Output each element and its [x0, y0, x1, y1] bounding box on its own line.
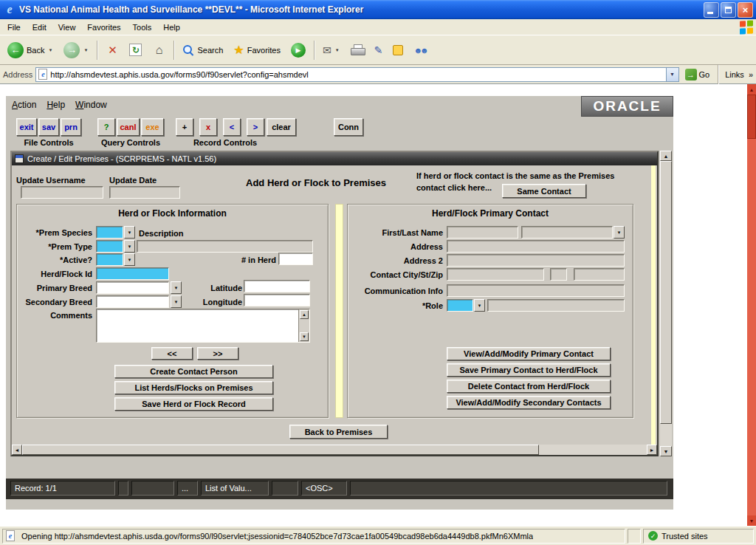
scroll-right-icon[interactable]: [647, 445, 657, 455]
stop-button[interactable]: [101, 38, 123, 62]
prem-species-dropdown-icon[interactable]: [124, 226, 135, 239]
contact-address-label: Address: [350, 242, 443, 251]
close-button[interactable]: [738, 2, 753, 18]
contact-name-dropdown-icon[interactable]: [614, 226, 625, 239]
vertical-scroll-thumb[interactable]: [660, 161, 672, 424]
primary-breed-dropdown-icon[interactable]: [171, 281, 182, 294]
links-chevron-icon[interactable]: [749, 70, 753, 79]
maximize-button[interactable]: [721, 2, 736, 18]
oracle-menu-action[interactable]: Action: [12, 100, 36, 110]
execute-query-button[interactable]: exe: [141, 118, 164, 136]
active-dropdown-icon[interactable]: [124, 253, 135, 266]
minimize-button[interactable]: [704, 2, 719, 18]
role-field[interactable]: [447, 299, 473, 312]
menu-tools[interactable]: Tools: [127, 21, 158, 34]
oracle-menu-window[interactable]: Window: [75, 100, 107, 110]
media-button[interactable]: [286, 38, 310, 62]
save-button[interactable]: sav: [38, 118, 59, 136]
forward-dropdown-icon[interactable]: [83, 48, 89, 52]
links-label[interactable]: Links: [724, 70, 746, 79]
previous-record-button[interactable]: <: [223, 118, 241, 136]
home-button[interactable]: [148, 38, 170, 62]
longitude-field[interactable]: [244, 294, 310, 306]
previous-herd-button[interactable]: <<: [151, 347, 193, 360]
role-description-field: [487, 299, 625, 312]
mail-dropdown-icon[interactable]: [334, 48, 340, 52]
save-primary-contact-button[interactable]: Save Primary Contact to Herd/Flock: [447, 363, 611, 377]
next-record-button[interactable]: >: [247, 118, 264, 136]
scroll-left-icon[interactable]: [12, 445, 22, 455]
print-forms-button[interactable]: prn: [61, 118, 81, 136]
go-button[interactable]: Go: [682, 66, 713, 83]
role-dropdown-icon[interactable]: [474, 299, 485, 312]
menu-file[interactable]: File: [1, 21, 27, 34]
browser-scroll-thumb[interactable]: [747, 95, 756, 139]
exit-button[interactable]: exit: [16, 118, 37, 136]
view-primary-contact-button[interactable]: View/Add/Modify Primary Contact: [447, 347, 611, 360]
prem-species-field[interactable]: [96, 226, 123, 239]
delete-contact-button[interactable]: Delete Contact from Herd/Flock: [447, 380, 611, 393]
communication-info-label: Communication Info: [350, 287, 443, 295]
address-dropdown-icon[interactable]: [666, 68, 678, 81]
herd-flock-id-label: Herd/Flock Id: [16, 270, 92, 278]
scroll-down-icon[interactable]: [300, 332, 309, 341]
toolbar-separator: [718, 65, 718, 84]
favorites-button[interactable]: Favorites: [229, 38, 285, 62]
create-contact-person-button[interactable]: Create Contact Person: [114, 365, 273, 378]
conn-button[interactable]: Conn: [334, 118, 363, 136]
scroll-up-icon[interactable]: [660, 151, 672, 161]
menu-favorites[interactable]: Favorites: [81, 21, 126, 34]
scroll-down-icon[interactable]: [747, 515, 756, 526]
prem-type-field[interactable]: [96, 240, 123, 253]
back-to-premises-button[interactable]: Back to Premises: [289, 425, 388, 439]
mail-button[interactable]: [318, 38, 345, 62]
in-herd-field[interactable]: [278, 253, 313, 265]
delete-record-button[interactable]: x: [199, 118, 217, 136]
toolbar-separator: [173, 41, 174, 60]
view-secondary-contacts-button[interactable]: View/Add/Modify Secondary Contacts: [447, 396, 611, 409]
back-dropdown-icon[interactable]: [47, 48, 53, 52]
comments-field[interactable]: [96, 309, 310, 343]
clear-record-button[interactable]: clear: [267, 118, 296, 136]
enter-query-button[interactable]: ?: [97, 118, 115, 136]
menu-view[interactable]: View: [52, 21, 82, 34]
save-herd-record-button[interactable]: Save Herd or Flock Record: [114, 397, 273, 411]
messenger-button[interactable]: [409, 38, 430, 62]
search-button[interactable]: Search: [178, 38, 227, 62]
next-herd-button[interactable]: >>: [197, 347, 238, 360]
refresh-button[interactable]: [125, 38, 146, 62]
status-cell-empty: [628, 529, 641, 544]
secondary-breed-field[interactable]: [96, 295, 169, 308]
comments-label: Comments: [16, 311, 92, 320]
address-input[interactable]: http://ahsmdevtest.aphis.usda.gov/forms9…: [35, 67, 678, 82]
list-herds-flocks-button[interactable]: List Herds/Flocks on Premises: [114, 381, 273, 394]
active-field[interactable]: [96, 253, 123, 266]
back-button[interactable]: Back: [3, 38, 58, 62]
oracle-menu-help[interactable]: Help: [47, 100, 65, 110]
menu-edit[interactable]: Edit: [27, 21, 52, 34]
scroll-down-icon[interactable]: [660, 446, 672, 456]
comments-scrollbar[interactable]: [298, 309, 309, 342]
cancel-query-button[interactable]: canl: [117, 118, 140, 136]
browser-scrollbar[interactable]: [747, 84, 756, 526]
horizontal-scroll-thumb[interactable]: [22, 445, 539, 455]
forms-vertical-scrollbar[interactable]: [660, 151, 672, 456]
print-button[interactable]: [346, 38, 368, 62]
forward-button[interactable]: [59, 38, 93, 62]
latitude-field[interactable]: [244, 280, 310, 292]
menu-help[interactable]: Help: [157, 21, 186, 34]
edit-button[interactable]: [370, 38, 388, 62]
status-main-panel: Opening http://ahsmdevtest.aphis.usda.go…: [2, 529, 625, 544]
forms-horizontal-scrollbar[interactable]: [12, 445, 657, 455]
page-icon: [38, 69, 47, 80]
add-record-button[interactable]: +: [176, 118, 193, 136]
same-contact-button[interactable]: Same Contact: [502, 184, 586, 198]
prem-type-dropdown-icon[interactable]: [124, 240, 135, 253]
scroll-up-icon[interactable]: [300, 310, 309, 319]
discuss-button[interactable]: [388, 38, 408, 62]
forms-canvas: Update Username Update Date Add Herd or …: [12, 165, 657, 445]
primary-breed-field[interactable]: [96, 281, 169, 294]
secondary-breed-dropdown-icon[interactable]: [171, 295, 182, 308]
scroll-up-icon[interactable]: [747, 84, 756, 95]
herd-flock-id-field[interactable]: [96, 267, 169, 280]
